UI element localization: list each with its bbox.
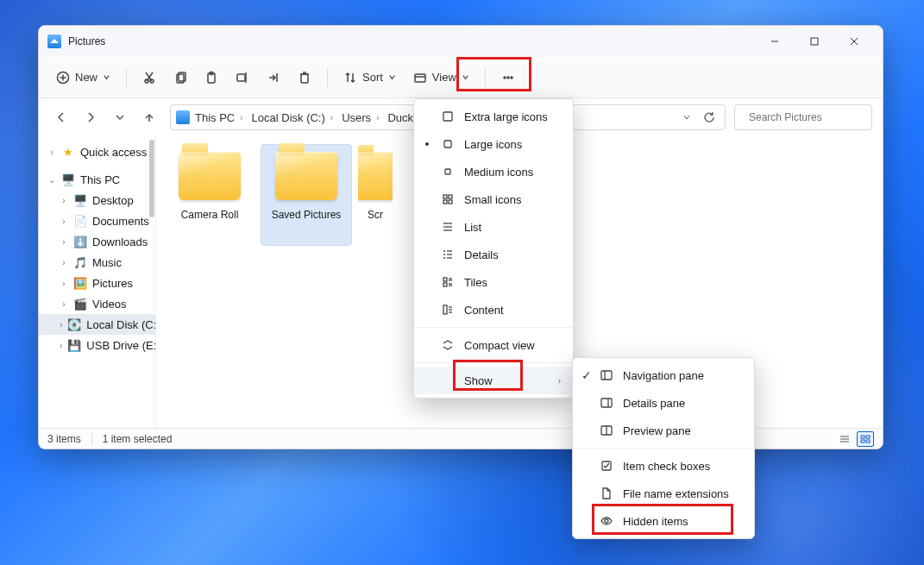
sidebar-item-desktop[interactable]: ›🖥️ Desktop <box>39 190 155 210</box>
menu-item-item-check-boxes[interactable]: Item check boxes <box>573 452 754 480</box>
folder-item[interactable]: Scr <box>358 145 393 245</box>
sidebar-item-local-disk[interactable]: ›💽 Local Disk (C:) <box>39 314 155 335</box>
svg-point-72 <box>605 519 608 523</box>
chevron-down-icon <box>103 71 110 84</box>
sidebar-item-quick-access[interactable]: › ★ Quick access <box>39 141 155 162</box>
menu-item-medium-icons[interactable]: Medium icons <box>414 158 573 185</box>
app-icon <box>47 35 61 48</box>
folder-icon <box>275 152 337 200</box>
svg-rect-59 <box>443 305 447 314</box>
svg-rect-37 <box>443 112 452 121</box>
chevron-down-icon <box>388 71 396 84</box>
sort-label: Sort <box>362 71 383 84</box>
menu-item-hidden-items[interactable]: Hidden items <box>573 507 754 535</box>
chevron-down-icon <box>462 71 469 84</box>
menu-item-navigation-pane[interactable]: ✓ Navigation pane <box>573 361 754 389</box>
sidebar-item-downloads[interactable]: ›⬇️ Downloads <box>39 231 155 252</box>
drive-icon: 💽 <box>67 317 81 331</box>
view-button[interactable]: View <box>406 64 476 91</box>
chevron-right-icon: › <box>558 376 561 386</box>
svg-rect-56 <box>443 283 447 286</box>
close-button[interactable] <box>834 26 874 57</box>
command-bar: New Sort View <box>39 57 883 98</box>
back-button[interactable] <box>49 105 73 129</box>
breadcrumb[interactable]: This PC› <box>192 111 247 124</box>
paste-button[interactable] <box>198 64 225 91</box>
desktop-icon: 🖥️ <box>73 193 87 207</box>
pictures-icon <box>176 110 190 124</box>
svg-point-26 <box>511 77 512 78</box>
svg-rect-1 <box>811 38 818 45</box>
sidebar-item-pictures[interactable]: ›🖼️ Pictures <box>39 273 155 293</box>
status-bar: 3 items 1 item selected <box>39 428 883 449</box>
svg-rect-39 <box>445 169 450 174</box>
menu-item-preview-pane[interactable]: Preview pane <box>573 417 754 444</box>
search-input[interactable] <box>747 110 880 124</box>
svg-rect-22 <box>415 74 425 82</box>
chevron-right-icon: › <box>47 148 56 157</box>
svg-rect-63 <box>601 371 612 380</box>
forward-button[interactable] <box>79 105 103 129</box>
item-count: 3 items <box>47 433 81 445</box>
more-button[interactable] <box>494 64 522 91</box>
menu-item-tiles[interactable]: Tiles <box>414 268 573 296</box>
details-view-button[interactable] <box>836 431 853 447</box>
minimize-button[interactable] <box>755 26 795 57</box>
cut-button[interactable] <box>135 64 163 91</box>
up-button[interactable] <box>137 105 161 129</box>
rename-button[interactable] <box>229 64 256 91</box>
menu-item-large-icons[interactable]: • Large icons <box>414 130 573 158</box>
music-icon: 🎵 <box>73 255 87 269</box>
view-label: View <box>432 71 456 84</box>
menu-item-extra-large-icons[interactable]: Extra large icons <box>414 103 573 130</box>
sidebar-item-usb-drive[interactable]: ›💾 USB Drive (E:) <box>39 335 155 355</box>
star-icon: ★ <box>61 145 75 159</box>
share-button[interactable] <box>260 64 287 91</box>
copy-button[interactable] <box>167 64 194 91</box>
search-box[interactable] <box>734 104 872 130</box>
address-dropdown-button[interactable] <box>676 107 697 128</box>
menu-item-compact-view[interactable]: Compact view <box>414 331 573 359</box>
new-label: New <box>75 71 97 84</box>
maximize-button[interactable] <box>795 26 834 57</box>
menu-item-details-pane[interactable]: Details pane <box>573 389 754 417</box>
sidebar-item-documents[interactable]: ›📄 Documents <box>39 210 155 231</box>
sidebar-item-music[interactable]: ›🎵 Music <box>39 252 155 273</box>
menu-item-file-name-extensions[interactable]: File name extensions <box>573 480 754 507</box>
scrollbar-thumb[interactable] <box>149 140 154 217</box>
menu-item-small-icons[interactable]: Small icons <box>414 185 573 213</box>
menu-item-details[interactable]: Details <box>414 241 573 268</box>
window-title: Pictures <box>68 35 105 47</box>
svg-rect-35 <box>861 440 864 443</box>
menu-item-show[interactable]: Show › <box>414 367 573 394</box>
pictures-icon: 🖼️ <box>73 276 87 290</box>
folder-item[interactable]: Camera Roll <box>165 145 255 245</box>
monitor-icon: 🖥️ <box>61 173 75 186</box>
svg-rect-41 <box>449 195 452 198</box>
new-button[interactable]: New <box>49 64 117 91</box>
svg-rect-15 <box>237 74 245 81</box>
view-menu: Extra large icons • Large icons Medium i… <box>413 98 574 399</box>
menu-item-content[interactable]: Content <box>414 296 573 323</box>
refresh-button[interactable] <box>699 107 720 128</box>
folder-icon <box>358 152 393 200</box>
svg-rect-40 <box>443 195 447 198</box>
sidebar-item-videos[interactable]: ›🎬 Videos <box>39 293 155 314</box>
breadcrumb[interactable]: Users› <box>338 111 382 124</box>
svg-point-24 <box>504 77 506 78</box>
videos-icon: 🎬 <box>73 297 87 311</box>
thumbnails-view-button[interactable] <box>857 431 874 447</box>
breadcrumb[interactable]: Local Disk (C:)› <box>248 111 337 124</box>
svg-rect-36 <box>866 440 870 443</box>
file-explorer-window: Pictures New Sort View <box>38 25 883 449</box>
menu-item-list[interactable]: List <box>414 213 573 241</box>
sidebar-item-this-pc[interactable]: ⌄ 🖥️ This PC <box>39 169 155 190</box>
download-icon: ⬇️ <box>73 235 87 248</box>
recent-locations-button[interactable] <box>108 105 132 129</box>
selection-count: 1 item selected <box>103 433 173 445</box>
svg-rect-53 <box>443 278 447 281</box>
delete-button[interactable] <box>291 64 318 91</box>
sort-button[interactable]: Sort <box>336 64 403 91</box>
folder-item[interactable]: Saved Pictures <box>261 145 351 245</box>
navigation-pane: › ★ Quick access ⌄ 🖥️ This PC ›🖥️ Deskto… <box>39 136 156 428</box>
